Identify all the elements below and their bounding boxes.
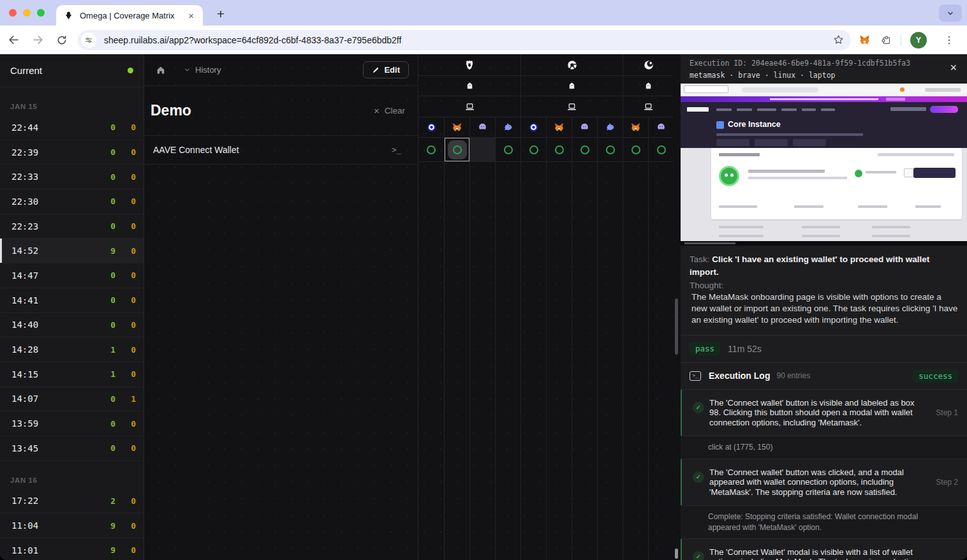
scrollbar-thumb[interactable] xyxy=(675,298,678,355)
forward-button[interactable] xyxy=(27,29,48,51)
execution-screenshot[interactable]: Core Instance xyxy=(681,84,967,246)
history-run-item[interactable]: 22:3900 xyxy=(0,140,144,165)
browser-menu-icon[interactable]: ⋮ xyxy=(938,29,960,51)
url-text[interactable]: sheep.ruilabs.ai/app2?workspace=64cf892d… xyxy=(104,35,832,45)
history-run-item[interactable]: 14:4000 xyxy=(0,313,144,338)
run-fail-count: 0 xyxy=(119,521,136,531)
breadcrumb[interactable]: History xyxy=(195,65,221,75)
run-fail-count: 0 xyxy=(119,221,136,231)
sidebar-item-current[interactable]: Current xyxy=(0,54,144,87)
history-run-item[interactable]: 14:4100 xyxy=(0,288,144,313)
matrix-cell[interactable] xyxy=(623,138,648,162)
wallet-target-icon xyxy=(520,117,546,138)
terminal-icon[interactable]: >_ xyxy=(392,145,401,154)
new-tab-button[interactable]: + xyxy=(212,5,230,23)
run-fail-count: 0 xyxy=(119,545,136,555)
history-run-item[interactable]: 13:5900 xyxy=(0,411,144,436)
execution-id: Execution ID: 204eae46-6be9-481a-9f59-1c… xyxy=(690,59,958,68)
history-run-item[interactable]: 22:4400 xyxy=(0,115,144,140)
history-run-item[interactable]: 11:0490 xyxy=(0,513,144,538)
run-time: 22:23 xyxy=(11,221,38,232)
pass-ring-icon xyxy=(529,145,538,154)
wallet-metamask-icon xyxy=(444,117,469,138)
live-status-dot xyxy=(128,68,133,73)
home-icon[interactable] xyxy=(156,65,166,75)
matrix-cell[interactable] xyxy=(520,138,546,162)
matrix-cell[interactable] xyxy=(444,138,469,162)
run-time: 14:47 xyxy=(11,270,38,281)
matrix-cell[interactable] xyxy=(418,138,444,162)
run-time: 14:41 xyxy=(11,295,38,306)
tab-close-icon[interactable]: × xyxy=(186,10,196,22)
run-pass-count: 0 xyxy=(99,196,115,206)
coverage-matrix-grid xyxy=(418,54,673,560)
bookmark-star-icon[interactable] xyxy=(832,34,845,46)
edit-button[interactable]: Edit xyxy=(363,61,409,78)
log-step[interactable]: ✓The 'Connect wallet' button is visible … xyxy=(681,390,967,436)
pass-ring-icon xyxy=(657,145,666,154)
task-label: Task: xyxy=(690,254,710,264)
reload-button[interactable] xyxy=(51,29,73,51)
run-time: 14:15 xyxy=(11,369,38,379)
log-step[interactable]: ✓The 'Connect wallet' button was clicked… xyxy=(681,459,967,506)
history-run-item[interactable]: 14:2810 xyxy=(0,337,144,362)
task-text: Click 'I have an existing wallet' to pro… xyxy=(690,254,929,277)
matrix-column xyxy=(520,162,546,560)
url-bar[interactable]: sheep.ruilabs.ai/app2?workspace=64cf892d… xyxy=(78,30,851,50)
matrix-cell[interactable] xyxy=(597,138,623,162)
history-run-item[interactable]: 17:2220 xyxy=(0,489,144,514)
browser-tab[interactable]: Omega | Coverage Matrix × xyxy=(56,5,203,26)
history-run-item[interactable]: 14:5290 xyxy=(0,239,144,263)
run-fail-count: 0 xyxy=(119,196,136,206)
profile-avatar[interactable]: Y xyxy=(910,32,927,48)
run-pass-count: 0 xyxy=(99,394,115,404)
run-pass-count: 0 xyxy=(99,147,115,157)
step-text: The 'Connect wallet' button was clicked,… xyxy=(709,468,927,497)
history-run-item[interactable]: 14:1510 xyxy=(0,362,144,387)
close-window-button[interactable] xyxy=(9,9,17,17)
back-button[interactable] xyxy=(3,29,24,51)
history-run-item[interactable]: 22:2300 xyxy=(0,214,144,239)
history-run-item[interactable]: 14:4700 xyxy=(0,263,144,288)
run-time: 17:22 xyxy=(11,496,38,506)
scenario-row[interactable]: AAVE Connect Wallet >_ xyxy=(144,135,418,165)
log-step[interactable]: ✓The 'Connect Wallet' modal is visible w… xyxy=(681,539,967,560)
history-run-item[interactable]: 13:4500 xyxy=(0,436,144,461)
chrome-icon xyxy=(520,54,623,76)
current-label: Current xyxy=(10,65,42,76)
zoom-window-button[interactable] xyxy=(37,9,45,17)
pass-ring-icon xyxy=(580,145,589,154)
wallet-rabby-icon xyxy=(597,117,623,138)
run-time: 11:04 xyxy=(11,520,38,531)
execution-meta: metamask · brave · linux · laptop xyxy=(690,71,958,80)
extensions-puzzle-icon[interactable] xyxy=(880,34,892,46)
run-fail-count: 0 xyxy=(119,496,136,506)
history-run-item[interactable]: 11:0190 xyxy=(0,538,144,560)
metamask-extension-icon[interactable] xyxy=(859,34,871,46)
check-icon: ✓ xyxy=(693,551,704,560)
matrix-cell[interactable] xyxy=(648,138,674,162)
run-time: 14:28 xyxy=(11,344,38,355)
run-fail-count: 1 xyxy=(119,394,136,404)
site-settings-icon[interactable] xyxy=(81,33,96,48)
run-pass-count: 0 xyxy=(99,122,115,132)
run-time: 22:44 xyxy=(11,122,38,133)
breadcrumb-chevron-icon[interactable] xyxy=(184,66,191,73)
history-run-item[interactable]: 22:3300 xyxy=(0,165,144,189)
close-panel-icon[interactable]: × xyxy=(950,62,957,73)
brave-icon xyxy=(418,54,520,76)
matrix-cell[interactable] xyxy=(546,138,572,162)
scrollbar-thumb-bottom[interactable] xyxy=(675,549,678,559)
history-run-item[interactable]: 14:0701 xyxy=(0,387,144,412)
tab-search-chevron-button[interactable] xyxy=(939,4,962,22)
history-run-item[interactable]: 22:3000 xyxy=(0,189,144,214)
clear-button[interactable]: × Clear xyxy=(374,106,405,115)
clear-button-label: Clear xyxy=(385,106,405,115)
laptop-icon xyxy=(520,96,623,117)
matrix-cell[interactable] xyxy=(495,138,520,162)
matrix-cell[interactable] xyxy=(469,138,495,162)
minimize-window-button[interactable] xyxy=(23,9,31,17)
matrix-cell-selected[interactable] xyxy=(445,138,469,161)
clear-x-icon: × xyxy=(374,106,380,115)
matrix-cell[interactable] xyxy=(572,138,597,162)
